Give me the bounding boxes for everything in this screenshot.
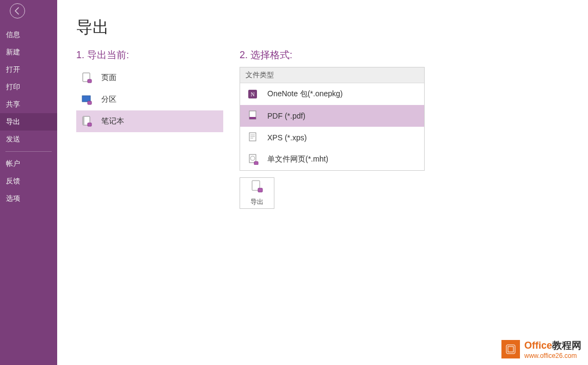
format-item-label: OneNote 包(*.onepkg) xyxy=(267,89,343,99)
scope-item-label: 分区 xyxy=(101,95,117,104)
main-area: 导出 1. 导出当前: 页面 xyxy=(57,0,588,365)
nav-item-share[interactable]: 共享 xyxy=(0,96,57,113)
svg-text:N: N xyxy=(250,91,254,97)
scope-item-label: 笔记本 xyxy=(101,116,124,126)
nav-item-info[interactable]: 信息 xyxy=(0,26,57,44)
svg-rect-5 xyxy=(83,116,84,125)
step1-title: 1. 导出当前: xyxy=(76,48,223,61)
watermark: Office教程网 www.office26.com xyxy=(501,339,581,360)
format-item-label: XPS (*.xps) xyxy=(267,133,307,142)
svg-rect-17 xyxy=(254,162,258,165)
nav-list-secondary: 帐户 反馈 选项 xyxy=(0,155,57,207)
format-item-label: 单文件网页(*.mht) xyxy=(267,154,328,164)
export-button-label: 导出 xyxy=(250,197,264,207)
nav-divider xyxy=(5,151,52,152)
step1-column: 1. 导出当前: 页面 分区 xyxy=(76,48,223,209)
nav-item-export[interactable]: 导出 xyxy=(0,113,57,131)
watermark-badge-icon xyxy=(501,340,520,358)
nav-item-account[interactable]: 帐户 xyxy=(0,155,57,172)
format-header: 文件类型 xyxy=(240,67,424,83)
page-icon xyxy=(81,71,94,84)
format-item-pdf[interactable]: PDF (*.pdf) xyxy=(240,105,424,127)
nav-item-open[interactable]: 打开 xyxy=(0,61,57,78)
format-item-mht[interactable]: 单文件网页(*.mht) xyxy=(240,149,424,170)
svg-rect-19 xyxy=(258,188,262,192)
mht-icon xyxy=(247,153,260,166)
xps-icon xyxy=(247,131,260,144)
section-icon xyxy=(81,93,94,106)
backstage-sidebar: 信息 新建 打开 打印 共享 导出 发送 帐户 反馈 选项 xyxy=(0,0,57,365)
step2-title: 2. 选择格式: xyxy=(240,48,425,61)
notebook-icon xyxy=(81,115,94,128)
svg-rect-2 xyxy=(82,96,90,102)
scope-item-label: 页面 xyxy=(101,73,117,83)
watermark-url: www.office26.com xyxy=(524,352,581,360)
format-item-label: PDF (*.pdf) xyxy=(267,112,305,120)
nav-item-send[interactable]: 发送 xyxy=(0,131,57,148)
nav-list-primary: 信息 新建 打开 打印 共享 导出 发送 xyxy=(0,26,57,148)
nav-item-options[interactable]: 选项 xyxy=(0,190,57,207)
svg-rect-20 xyxy=(506,345,515,354)
pdf-icon xyxy=(247,109,260,122)
watermark-title-a: Office xyxy=(524,340,552,351)
svg-rect-3 xyxy=(88,101,91,104)
nav-item-new[interactable]: 新建 xyxy=(0,44,57,61)
columns: 1. 导出当前: 页面 分区 xyxy=(76,48,572,209)
back-arrow-icon xyxy=(13,7,22,15)
svg-rect-10 xyxy=(249,117,256,119)
nav-item-print[interactable]: 打印 xyxy=(0,78,57,96)
export-button[interactable]: 导出 xyxy=(240,177,274,209)
page-title: 导出 xyxy=(76,16,572,39)
step2-column: 2. 选择格式: 文件类型 N OneNote 包(*.onepkg) xyxy=(240,48,425,209)
scope-item-notebook[interactable]: 笔记本 xyxy=(76,110,223,132)
format-list: 文件类型 N OneNote 包(*.onepkg) xyxy=(240,67,425,171)
svg-rect-1 xyxy=(88,79,91,83)
onenote-icon: N xyxy=(247,88,260,101)
format-item-onepkg[interactable]: N OneNote 包(*.onepkg) xyxy=(240,83,424,105)
svg-rect-6 xyxy=(88,123,91,126)
export-icon xyxy=(250,180,264,195)
watermark-text: Office教程网 www.office26.com xyxy=(524,339,581,360)
back-button[interactable] xyxy=(10,3,25,18)
nav-item-feedback[interactable]: 反馈 xyxy=(0,172,57,190)
watermark-title-b: 教程网 xyxy=(552,340,581,351)
scope-item-page[interactable]: 页面 xyxy=(76,67,223,89)
scope-item-section[interactable]: 分区 xyxy=(76,89,223,110)
format-item-xps[interactable]: XPS (*.xps) xyxy=(240,127,424,149)
